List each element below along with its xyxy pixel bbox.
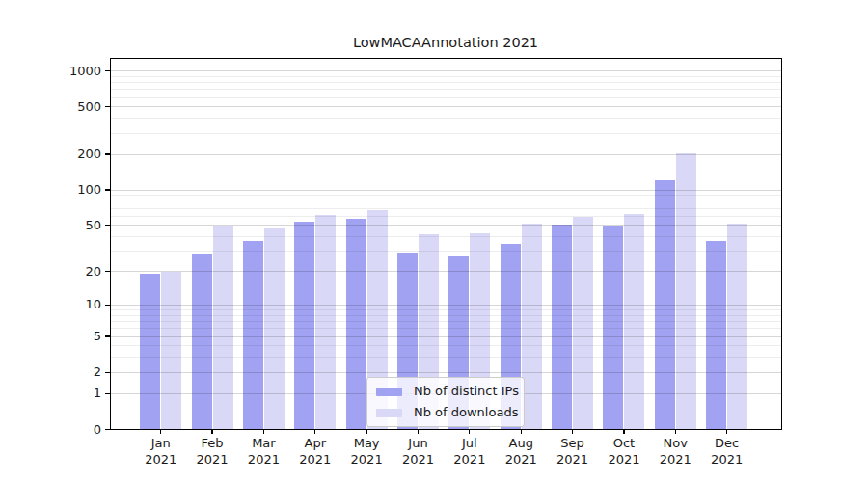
gridline-minor-7 bbox=[110, 321, 783, 322]
gridline-minor-80 bbox=[110, 201, 783, 201]
legend-label-distinct-ips: Nb of distinct IPs bbox=[414, 384, 519, 399]
gridline-minor-90 bbox=[110, 195, 783, 196]
y-tick-label-20: 20 bbox=[24, 264, 101, 280]
y-tick-label-1: 1 bbox=[24, 386, 101, 401]
gridline-minor-60 bbox=[110, 216, 783, 217]
bar-sep-downloads bbox=[573, 217, 593, 429]
gridline-major-200 bbox=[110, 154, 783, 155]
legend-label-downloads: Nb of downloads bbox=[414, 405, 518, 420]
chart-figure: LowMACAAnnotation 2021 10005002001005020… bbox=[0, 0, 868, 482]
y-tick-label-200: 200 bbox=[24, 147, 101, 162]
gridline-minor-30 bbox=[110, 251, 783, 252]
gridline-minor-4 bbox=[110, 345, 783, 346]
x-tick-mark-may bbox=[366, 430, 367, 435]
x-tick-mark-nov bbox=[675, 430, 676, 435]
x-tick-mark-sep bbox=[572, 430, 573, 435]
gridline-minor-800 bbox=[110, 82, 783, 83]
gridline-major-100 bbox=[110, 190, 783, 191]
y-tick-label-1000: 1000 bbox=[24, 64, 101, 79]
gridline-minor-8 bbox=[110, 315, 783, 316]
x-tick-year-dec: 2021 bbox=[697, 451, 757, 468]
bar-dec-downloads bbox=[727, 224, 747, 430]
legend-swatch-distinct-ips-icon bbox=[376, 388, 402, 396]
gridline-minor-9 bbox=[110, 309, 783, 310]
plot-area bbox=[110, 58, 783, 430]
gridline-minor-70 bbox=[110, 208, 783, 209]
x-tick-label-dec: Dec2021 bbox=[697, 435, 757, 468]
gridline-minor-40 bbox=[110, 236, 783, 237]
gridline-major-50 bbox=[110, 225, 783, 226]
legend-item-distinct-ips: Nb of distinct IPs bbox=[376, 384, 515, 399]
x-tick-mark-feb bbox=[211, 430, 212, 435]
gridline-major-10 bbox=[110, 305, 783, 306]
y-tick-label-500: 500 bbox=[24, 99, 101, 115]
x-tick-mark-jan bbox=[160, 430, 161, 435]
x-tick-mark-oct bbox=[623, 430, 624, 435]
y-tick-label-5: 5 bbox=[24, 329, 101, 344]
gridline-minor-300 bbox=[110, 133, 783, 134]
y-tick-label-10: 10 bbox=[24, 297, 101, 312]
y-tick-label-0: 0 bbox=[24, 422, 101, 438]
y-tick-mark-0 bbox=[105, 429, 110, 430]
gridline-major-1000 bbox=[110, 70, 783, 71]
bar-jan-distinct-ips bbox=[140, 274, 160, 429]
y-tick-label-50: 50 bbox=[24, 218, 101, 233]
gridline-minor-3 bbox=[110, 357, 783, 358]
legend-swatch-downloads-icon bbox=[376, 409, 402, 417]
bar-feb-distinct-ips bbox=[192, 254, 212, 429]
gridline-minor-400 bbox=[110, 118, 783, 119]
gridline-major-5 bbox=[110, 336, 783, 337]
x-tick-mark-jul bbox=[469, 430, 470, 435]
gridline-minor-6 bbox=[110, 328, 783, 329]
chart-title: LowMACAAnnotation 2021 bbox=[109, 35, 782, 50]
gridline-minor-700 bbox=[110, 89, 783, 90]
x-tick-mark-apr bbox=[314, 430, 315, 435]
gridline-major-500 bbox=[110, 106, 783, 107]
x-tick-mark-jun bbox=[418, 430, 419, 435]
gridline-major-20 bbox=[110, 271, 783, 272]
legend-item-downloads: Nb of downloads bbox=[376, 405, 515, 420]
gridline-minor-900 bbox=[110, 76, 783, 77]
y-tick-label-2: 2 bbox=[24, 364, 101, 380]
bar-jan-downloads bbox=[161, 272, 181, 430]
gridline-major-2 bbox=[110, 372, 783, 373]
bar-apr-distinct-ips bbox=[294, 222, 314, 430]
x-tick-mark-dec bbox=[726, 430, 727, 435]
x-tick-mark-mar bbox=[263, 430, 264, 435]
bar-apr-downloads bbox=[315, 215, 336, 429]
y-tick-label-100: 100 bbox=[24, 182, 101, 198]
bar-sep-distinct-ips bbox=[552, 225, 572, 430]
x-tick-mark-aug bbox=[521, 430, 522, 435]
legend: Nb of distinct IPs Nb of downloads bbox=[366, 377, 525, 427]
gridline-minor-600 bbox=[110, 97, 783, 98]
